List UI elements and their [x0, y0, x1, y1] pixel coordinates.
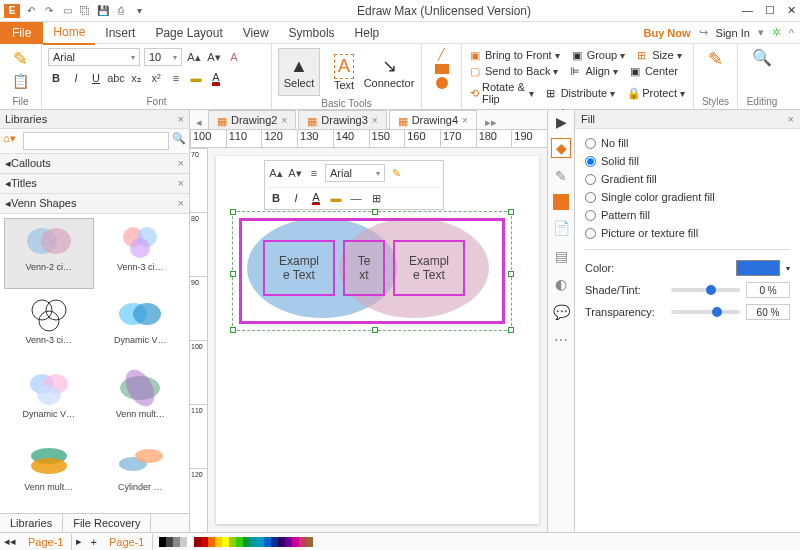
share-icon[interactable]: ↪ — [699, 26, 708, 39]
circle-shape-icon[interactable] — [436, 77, 448, 89]
float-align-icon[interactable]: ≡ — [306, 165, 322, 181]
menu-home[interactable]: Home — [43, 21, 95, 45]
menu-page-layout[interactable]: Page Layout — [145, 22, 232, 44]
section-titles[interactable]: Titles — [11, 177, 37, 190]
page-nav-right-icon[interactable]: ▸ — [72, 535, 86, 548]
rail-comment-icon[interactable]: 💬 — [551, 302, 571, 322]
shade-value[interactable]: 0 % — [746, 282, 790, 298]
transparency-slider[interactable] — [671, 310, 740, 314]
center-button[interactable]: ▣Center — [628, 64, 680, 78]
font-family-dropdown[interactable]: Arial▾ — [48, 48, 140, 66]
fill-panel-close-icon[interactable]: × — [788, 113, 794, 125]
color-swatch[interactable] — [736, 260, 780, 276]
float-color-icon[interactable]: A — [308, 190, 324, 206]
rail-layer-icon[interactable]: ▤ — [551, 246, 571, 266]
redo-icon[interactable]: ↷ — [42, 4, 56, 18]
shape-dynamic-v2[interactable]: Dynamic V… — [4, 365, 94, 436]
superscript-icon[interactable]: x² — [148, 70, 164, 86]
styles-icon[interactable]: ✎ — [708, 48, 723, 70]
home-library-icon[interactable]: ⌂▾ — [3, 132, 20, 150]
collapse-ribbon-icon[interactable]: ^ — [789, 27, 794, 39]
tab-nav-right-icon[interactable]: ▸▸ — [479, 116, 503, 129]
float-incfont-icon[interactable]: A▴ — [268, 165, 284, 181]
underline-icon[interactable]: U — [88, 70, 104, 86]
qat-more-icon[interactable]: ▾ — [132, 4, 146, 18]
minimize-button[interactable]: — — [742, 4, 753, 17]
select-tool[interactable]: ▲Select — [278, 48, 320, 96]
line-shape-icon[interactable]: ╱ — [438, 48, 445, 61]
venn-text-left[interactable]: Exampl e Text — [263, 240, 335, 296]
tab-file-recovery[interactable]: File Recovery — [63, 514, 151, 532]
page-nav-left-icon[interactable]: ◂◂ — [0, 535, 20, 548]
radio-solid[interactable]: Solid fill — [585, 155, 790, 167]
drawing-canvas[interactable]: A▴ A▾ ≡ Arial▾ ✎ B I A ▬ — ⊞ — [216, 156, 539, 524]
italic-icon[interactable]: I — [68, 70, 84, 86]
float-decfont-icon[interactable]: A▾ — [287, 165, 303, 181]
doc-tab-drawing2[interactable]: ▦Drawing2× — [208, 110, 296, 129]
clear-format-icon[interactable]: A — [226, 49, 242, 65]
section-venn[interactable]: Venn Shapes — [11, 197, 76, 210]
rail-more-icon[interactable]: ⋯ — [551, 330, 571, 350]
send-back-button[interactable]: ▢Send to Back▾ — [468, 64, 560, 78]
shape-venn3a[interactable]: Venn-3 ci… — [96, 218, 186, 289]
rect-shape-icon[interactable] — [435, 64, 449, 74]
file-menu[interactable]: File — [0, 22, 43, 44]
close-button[interactable]: ✕ — [787, 4, 796, 17]
protect-button[interactable]: 🔒Protect▾ — [625, 86, 687, 100]
rail-line-icon[interactable]: ✎ — [551, 166, 571, 186]
venn-text-right[interactable]: Exampl e Text — [393, 240, 465, 296]
group-button[interactable]: ▣Group▾ — [570, 48, 628, 62]
shape-dynamic-v[interactable]: Dynamic V… — [96, 291, 186, 362]
strike-icon[interactable]: abc — [108, 70, 124, 86]
float-italic-icon[interactable]: I — [288, 190, 304, 206]
float-painter-icon[interactable]: ✎ — [388, 165, 404, 181]
radio-picture[interactable]: Picture or texture fill — [585, 227, 790, 239]
add-page-icon[interactable]: + — [86, 536, 100, 548]
help-icon[interactable]: ▾ — [758, 26, 764, 39]
rotate-button[interactable]: ⟲Rotate & Flip▾ — [468, 80, 536, 106]
titles-close-icon[interactable]: × — [178, 177, 184, 190]
connector-tool[interactable]: ↘Connector — [368, 48, 410, 96]
search-icon[interactable]: 🔍 — [172, 132, 186, 150]
distribute-button[interactable]: ⊞Distribute▾ — [544, 86, 617, 100]
align-button[interactable]: ⊫Align▾ — [568, 64, 619, 78]
menu-symbols[interactable]: Symbols — [279, 22, 345, 44]
doc-tab-drawing3[interactable]: ▦Drawing3× — [298, 110, 386, 129]
radio-single-gradient[interactable]: Single color gradient fill — [585, 191, 790, 203]
page-tab-1[interactable]: Page-1 — [20, 534, 72, 550]
rail-collapse-icon[interactable]: ▶ — [556, 114, 567, 130]
paste-icon[interactable]: 📋 — [12, 73, 29, 89]
shape-venn3b[interactable]: Venn-3 ci… — [4, 291, 94, 362]
save-icon[interactable]: 💾 — [96, 4, 110, 18]
tab-nav-left-icon[interactable]: ◂ — [190, 116, 208, 129]
shape-venn-mult2[interactable]: Venn mult… — [4, 438, 94, 509]
sign-in-link[interactable]: Sign In — [716, 27, 750, 39]
menu-help[interactable]: Help — [345, 22, 390, 44]
radio-pattern[interactable]: Pattern fill — [585, 209, 790, 221]
print-icon[interactable]: ⎙ — [114, 4, 128, 18]
libraries-close-icon[interactable]: × — [178, 113, 184, 125]
venn-text-center[interactable]: Te xt — [343, 240, 385, 296]
float-fill-icon[interactable]: ▬ — [328, 190, 344, 206]
venn-close-icon[interactable]: × — [178, 197, 184, 210]
open-icon[interactable]: ⿻ — [78, 4, 92, 18]
increase-font-icon[interactable]: A▴ — [186, 49, 202, 65]
maximize-button[interactable]: ☐ — [765, 4, 775, 17]
radio-nofill[interactable]: No fill — [585, 137, 790, 149]
rail-fill-icon[interactable]: ◆ — [551, 138, 571, 158]
text-color-icon[interactable]: A — [208, 70, 224, 86]
page-tab-1b[interactable]: Page-1 — [101, 534, 153, 550]
buy-now-link[interactable]: Buy Now — [644, 27, 691, 39]
rail-theme-icon[interactable]: ◐ — [551, 274, 571, 294]
size-button[interactable]: ⊞Size▾ — [635, 48, 683, 62]
highlight-icon[interactable]: ▬ — [188, 70, 204, 86]
doc-tab-drawing4[interactable]: ▦Drawing4× — [389, 110, 477, 129]
shape-venn2[interactable]: Venn-2 ci… — [4, 218, 94, 289]
selection-box[interactable]: Exampl e Text Te xt Exampl e Text — [232, 211, 512, 331]
bring-front-button[interactable]: ▣Bring to Front▾ — [468, 48, 562, 62]
rail-shadow-icon[interactable] — [553, 194, 569, 210]
format-painter-icon[interactable]: ✎ — [13, 48, 28, 70]
library-search-input[interactable] — [23, 132, 169, 150]
float-more-icon[interactable]: ⊞ — [368, 190, 384, 206]
callouts-close-icon[interactable]: × — [178, 157, 184, 170]
